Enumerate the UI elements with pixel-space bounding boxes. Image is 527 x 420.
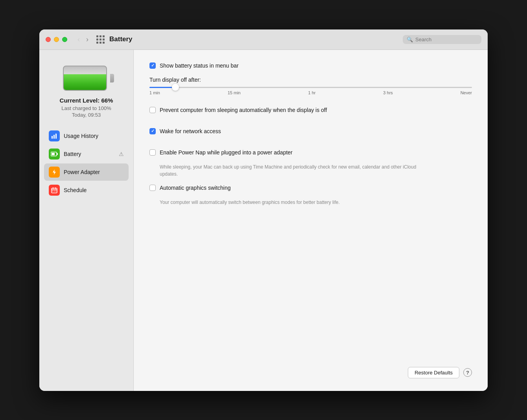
svg-rect-0 (52, 136, 53, 139)
slider-label: Turn display off after: (149, 77, 472, 83)
auto-graphics-description: Your computer will automatically switch … (160, 199, 427, 206)
minimize-button[interactable] (54, 37, 59, 42)
svg-rect-9 (55, 187, 56, 189)
battery-terminal (110, 74, 114, 83)
power-nap-description: While sleeping, your Mac can back up usi… (160, 163, 427, 178)
schedule-label: Schedule (64, 187, 124, 193)
nav-buttons: ‹ › (75, 35, 91, 44)
grid-dot (103, 42, 105, 44)
slider-container (149, 87, 472, 88)
auto-graphics-checkbox[interactable] (149, 185, 156, 191)
power-nap-label: Enable Power Nap while plugged into a po… (160, 149, 293, 156)
wake-network-label: Wake for network access (160, 128, 221, 134)
prevent-sleep-checkbox-row: Prevent computer from sleeping automatic… (149, 107, 472, 113)
main-panel: Show battery status in menu bar Turn dis… (134, 50, 488, 391)
svg-rect-4 (57, 153, 58, 155)
footer: Restore Defaults ? (149, 359, 472, 378)
charge-time: Today, 09:53 (60, 112, 113, 118)
wake-network-checkbox[interactable] (149, 128, 156, 134)
titlebar: ‹ › Battery 🔍 (39, 29, 488, 50)
sidebar-item-power-adapter[interactable]: Power Adapter (44, 163, 129, 181)
usage-history-label: Usage History (64, 133, 124, 139)
slider-labels: 1 min 15 min 1 hr 3 hrs Never (149, 90, 472, 95)
battery-fill (64, 74, 106, 90)
svg-rect-2 (55, 134, 57, 139)
auto-graphics-row: Automatic graphics switching Your comput… (149, 185, 472, 206)
power-adapter-label: Power Adapter (64, 169, 124, 175)
auto-graphics-label: Automatic graphics switching (160, 185, 231, 191)
svg-rect-13 (55, 191, 56, 191)
sidebar: Current Level: 66% Last charged to 100% … (39, 50, 134, 391)
slider-label-1hr: 1 hr (308, 90, 316, 95)
svg-rect-11 (52, 191, 53, 191)
sidebar-item-battery[interactable]: Battery ⚠ (44, 145, 129, 163)
show-battery-status-label: Show battery status in menu bar (160, 62, 239, 69)
power-nap-row: Enable Power Nap while plugged into a po… (149, 149, 472, 178)
grid-dot (103, 35, 105, 37)
prevent-sleep-checkbox[interactable] (149, 107, 156, 113)
svg-rect-12 (54, 191, 55, 191)
grid-dot (100, 39, 101, 40)
usage-history-icon (49, 130, 60, 141)
battery-label: Battery (64, 151, 115, 157)
last-charged: Last charged to 100% (60, 105, 113, 111)
svg-rect-1 (53, 135, 55, 139)
battery-body (63, 66, 107, 91)
grid-icon[interactable] (96, 35, 105, 44)
wake-network-checkbox-row: Wake for network access (149, 128, 472, 134)
show-battery-status-checkbox[interactable] (149, 62, 156, 69)
battery-icon (49, 149, 60, 160)
show-battery-status-row: Show battery status in menu bar (149, 62, 472, 69)
slider-label-never: Never (461, 90, 472, 95)
traffic-lights (46, 37, 67, 42)
grid-dot (96, 42, 98, 44)
power-nap-checkbox-row: Enable Power Nap while plugged into a po… (149, 149, 472, 156)
slider-track[interactable] (149, 87, 472, 88)
warning-icon: ⚠ (119, 151, 124, 157)
maximize-button[interactable] (62, 37, 67, 42)
window-title: Battery (109, 35, 403, 43)
battery-info: Current Level: 66% Last charged to 100% … (60, 97, 113, 118)
restore-defaults-button[interactable]: Restore Defaults (408, 367, 459, 378)
help-button[interactable]: ? (463, 368, 472, 377)
content: Current Level: 66% Last charged to 100% … (39, 50, 488, 391)
slider-thumb[interactable] (172, 84, 179, 91)
svg-rect-5 (52, 153, 55, 155)
main-window: ‹ › Battery 🔍 (39, 29, 488, 391)
power-icon (49, 167, 60, 178)
search-input[interactable] (415, 37, 477, 42)
sidebar-item-schedule[interactable]: Schedule (44, 182, 129, 199)
grid-dot (96, 39, 98, 40)
slider-section: Turn display off after: 1 min 15 min 1 h… (149, 77, 472, 95)
search-icon: 🔍 (407, 37, 413, 42)
sidebar-item-usage-history[interactable]: Usage History (44, 127, 129, 145)
schedule-icon (49, 185, 60, 196)
svg-marker-6 (53, 169, 56, 175)
close-button[interactable] (46, 37, 51, 42)
auto-graphics-checkbox-row: Automatic graphics switching (149, 185, 472, 191)
grid-dot (103, 39, 105, 40)
search-bar[interactable]: 🔍 (403, 35, 481, 44)
forward-button[interactable]: › (84, 35, 91, 44)
slider-label-15min: 15 min (228, 90, 241, 95)
grid-dot (100, 35, 101, 37)
sidebar-nav: Usage History Battery ⚠ (39, 127, 133, 200)
slider-label-3hrs: 3 hrs (383, 90, 392, 95)
back-button[interactable]: ‹ (75, 35, 82, 44)
current-level: Current Level: 66% (60, 97, 113, 104)
slider-label-1min: 1 min (149, 90, 160, 95)
grid-dot (100, 42, 101, 44)
battery-visual (63, 66, 110, 91)
svg-rect-8 (53, 187, 53, 189)
power-nap-checkbox[interactable] (149, 149, 156, 156)
wake-network-row: Wake for network access (149, 128, 472, 142)
grid-dot (96, 35, 98, 37)
prevent-sleep-label: Prevent computer from sleeping automatic… (160, 107, 327, 113)
svg-rect-10 (52, 189, 57, 190)
prevent-sleep-row: Prevent computer from sleeping automatic… (149, 107, 472, 121)
